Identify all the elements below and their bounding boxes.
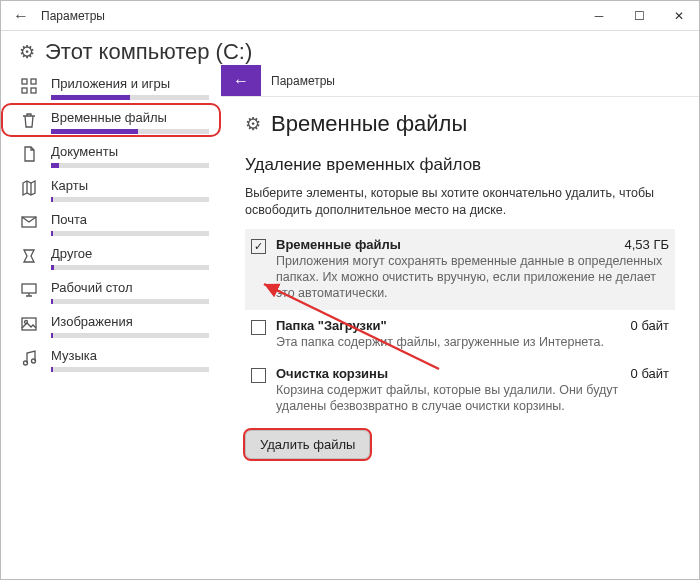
main-header-title: Параметры (261, 65, 699, 96)
item-name: Очистка корзины (276, 366, 388, 381)
sidebar-item-label: Временные файлы (51, 110, 209, 125)
sidebar-item-1[interactable]: Временные файлы (1, 103, 221, 137)
svg-rect-1 (31, 79, 36, 84)
item-name: Временные файлы (276, 237, 401, 252)
svg-point-8 (24, 361, 28, 365)
usage-bar (51, 367, 209, 372)
sidebar-item-2[interactable]: Документы (1, 137, 221, 171)
item-checkbox[interactable] (251, 368, 266, 383)
svg-rect-5 (22, 284, 36, 293)
temp-file-item-1: Папка "Загрузки"0 байтЭта папка содержит… (245, 310, 675, 358)
window-title: Параметры (41, 9, 579, 23)
delete-files-button[interactable]: Удалить файлы (245, 430, 370, 459)
item-size: 0 байт (631, 318, 669, 333)
sidebar-item-label: Музыка (51, 348, 209, 363)
main-header: ← Параметры (221, 65, 699, 97)
temp-file-item-0: ✓Временные файлы4,53 ГБПриложения могут … (245, 229, 675, 310)
trash-icon (19, 110, 39, 130)
item-size: 4,53 ГБ (625, 237, 669, 252)
image-icon (19, 314, 39, 334)
map-icon (19, 178, 39, 198)
svg-rect-0 (22, 79, 27, 84)
sidebar-item-label: Другое (51, 246, 209, 261)
svg-point-9 (32, 359, 36, 363)
window-controls: ─ ☐ ✕ (579, 1, 699, 31)
main-back-button[interactable]: ← (221, 65, 261, 96)
other-icon (19, 246, 39, 266)
page-title: Временные файлы (271, 111, 467, 137)
close-button[interactable]: ✕ (659, 1, 699, 31)
sidebar-item-label: Почта (51, 212, 209, 227)
sidebar-item-label: Рабочий стол (51, 280, 209, 295)
svg-rect-3 (31, 88, 36, 93)
item-description: Приложения могут сохранять временные дан… (276, 253, 669, 302)
usage-bar (51, 95, 209, 100)
sidebar-item-7[interactable]: Изображения (1, 307, 221, 341)
sidebar-item-6[interactable]: Рабочий стол (1, 273, 221, 307)
item-checkbox[interactable]: ✓ (251, 239, 266, 254)
main-panel: ← Параметры ⚙ Временные файлы Удаление в… (221, 65, 699, 579)
settings-window: ← Параметры ─ ☐ ✕ ⚙ Этот компьютер (C:) … (0, 0, 700, 580)
svg-rect-6 (22, 318, 36, 330)
mail-icon (19, 212, 39, 232)
breadcrumb-text: Этот компьютер (C:) (45, 39, 252, 65)
maximize-button[interactable]: ☐ (619, 1, 659, 31)
gear-icon: ⚙ (245, 113, 261, 135)
usage-bar (51, 333, 209, 338)
grid-icon (19, 76, 39, 96)
titlebar: ← Параметры ─ ☐ ✕ (1, 1, 699, 31)
temp-file-item-2: Очистка корзины0 байтКорзина содержит фа… (245, 358, 675, 423)
usage-bar (51, 265, 209, 270)
svg-rect-2 (22, 88, 27, 93)
titlebar-back-button[interactable]: ← (1, 7, 41, 25)
desktop-icon (19, 280, 39, 300)
sidebar-item-label: Документы (51, 144, 209, 159)
sidebar: Приложения и игрыВременные файлыДокумент… (1, 65, 221, 579)
items-list: ✓Временные файлы4,53 ГБПриложения могут … (245, 229, 675, 423)
item-name: Папка "Загрузки" (276, 318, 387, 333)
usage-bar (51, 299, 209, 304)
item-description: Эта папка содержит файлы, загруженные из… (276, 334, 669, 350)
item-checkbox[interactable] (251, 320, 266, 335)
minimize-button[interactable]: ─ (579, 1, 619, 31)
sidebar-item-0[interactable]: Приложения и игры (1, 69, 221, 103)
section-title: Удаление временных файлов (245, 155, 675, 175)
sidebar-item-3[interactable]: Карты (1, 171, 221, 205)
sidebar-item-label: Карты (51, 178, 209, 193)
sidebar-item-5[interactable]: Другое (1, 239, 221, 273)
breadcrumb: ⚙ Этот компьютер (C:) (1, 31, 699, 65)
item-size: 0 байт (631, 366, 669, 381)
doc-icon (19, 144, 39, 164)
usage-bar (51, 231, 209, 236)
usage-bar (51, 129, 209, 134)
main-body: ⚙ Временные файлы Удаление временных фай… (221, 97, 699, 579)
music-icon (19, 348, 39, 368)
sidebar-item-label: Приложения и игры (51, 76, 209, 91)
section-description: Выберите элементы, которые вы хотите око… (245, 185, 675, 219)
item-description: Корзина содержит файлы, которые вы удали… (276, 382, 669, 415)
usage-bar (51, 163, 209, 168)
sidebar-item-4[interactable]: Почта (1, 205, 221, 239)
usage-bar (51, 197, 209, 202)
sidebar-item-label: Изображения (51, 314, 209, 329)
gear-icon: ⚙ (19, 41, 35, 63)
sidebar-item-8[interactable]: Музыка (1, 341, 221, 375)
